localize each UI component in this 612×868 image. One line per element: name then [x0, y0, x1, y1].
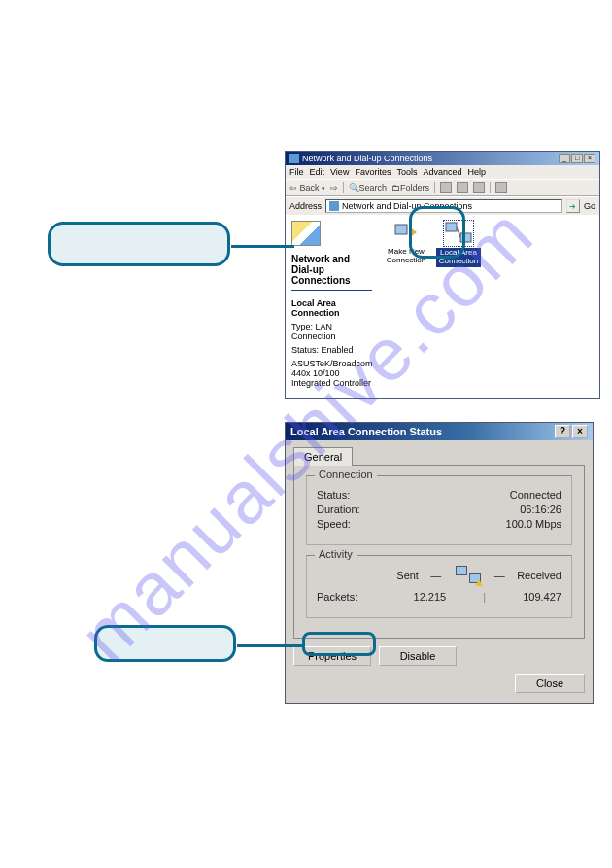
app-icon [289, 154, 299, 163]
type-line: Type: LAN Connection [291, 322, 372, 341]
properties-button[interactable]: Properties [293, 646, 371, 666]
menu-view[interactable]: View [330, 167, 349, 177]
lan-status-dialog: Local Area Connection Status ? × General… [285, 422, 594, 704]
tab-content: Connection Status: Connected Duration: 0… [293, 465, 585, 639]
address-label: Address [289, 201, 322, 211]
close-button[interactable]: Close [515, 674, 585, 693]
status-line: Status: Enabled [291, 345, 372, 355]
activity-group: Activity Sent — — Received Packets: 12.2… [306, 555, 572, 618]
panel-heading: Network and Dial-up Connections [291, 254, 372, 291]
disable-button[interactable]: Disable [379, 646, 457, 666]
maximize-button[interactable]: □ [571, 154, 583, 163]
group-title: Connection [315, 469, 377, 480]
speed-label: Speed: [317, 518, 351, 530]
back-button[interactable]: ⇦ Back [289, 183, 325, 192]
menu-help[interactable]: Help [467, 167, 486, 177]
duration-value: 06:16:26 [520, 503, 561, 515]
folder-icon [329, 201, 339, 211]
help-button[interactable]: ? [555, 425, 570, 438]
address-input[interactable]: Network and Dial-up Connections [325, 199, 562, 213]
tab-general[interactable]: General [293, 447, 353, 466]
svg-rect-0 [395, 225, 407, 234]
tabs: General [286, 440, 593, 465]
icon-label: Local Area Connection [436, 248, 481, 267]
icons-area: Make New Connection Local Area Connectio… [378, 215, 599, 398]
menu-bar: File Edit View Favorites Tools Advanced … [286, 165, 599, 179]
separator [343, 182, 344, 193]
menu-advanced[interactable]: Advanced [423, 167, 461, 177]
menu-favorites[interactable]: Favorites [355, 167, 391, 177]
activity-icon [454, 566, 483, 585]
group-title: Activity [315, 548, 357, 560]
forward-button[interactable]: ⇨ [330, 183, 338, 192]
titlebar[interactable]: Local Area Connection Status ? × [286, 423, 593, 440]
sent-label: Sent [396, 570, 419, 581]
menu-edit[interactable]: Edit [310, 167, 325, 177]
minimize-button[interactable]: _ [559, 154, 570, 163]
local-area-connection-icon[interactable]: Local Area Connection [436, 221, 481, 267]
svg-rect-1 [446, 223, 457, 231]
wizard-icon [391, 221, 421, 246]
packets-label: Packets: [317, 591, 385, 603]
svg-rect-2 [460, 233, 471, 242]
separator [490, 182, 491, 193]
menu-tools[interactable]: Tools [396, 167, 417, 177]
menu-file[interactable]: File [289, 167, 304, 177]
adapter-line: ASUSTeK/Broadcom 440x 10/100 Integrated … [291, 359, 372, 388]
speed-value: 100.0 Mbps [506, 518, 561, 530]
status-value: Connected [510, 489, 561, 501]
icon-label: Make New Connection [384, 248, 428, 265]
close-button[interactable]: × [584, 154, 595, 163]
lan-icon [444, 221, 473, 246]
toolbar-icon-1[interactable] [440, 182, 452, 193]
received-label: Received [517, 570, 561, 581]
separator [434, 182, 435, 193]
status-label: Status: [317, 489, 350, 501]
go-button[interactable] [566, 199, 580, 213]
window-title: Network and Dial-up Connections [302, 154, 432, 163]
go-label: Go [584, 201, 595, 211]
search-button[interactable]: 🔍Search [349, 183, 388, 192]
close-button[interactable]: × [572, 425, 588, 438]
address-bar: Address Network and Dial-up Connections … [286, 196, 599, 215]
network-folder-icon [291, 221, 321, 246]
network-connections-window: Network and Dial-up Connections _ □ × Fi… [285, 151, 600, 399]
titlebar[interactable]: Network and Dial-up Connections _ □ × [286, 152, 599, 165]
make-new-connection-icon[interactable]: Make New Connection [384, 221, 428, 265]
selected-item-name: Local Area Connection [291, 298, 372, 318]
address-value: Network and Dial-up Connections [342, 201, 472, 211]
packets-received: 109.427 [523, 591, 561, 603]
toolbar-icon-4[interactable] [495, 182, 507, 193]
details-panel: Network and Dial-up Connections Local Ar… [286, 215, 378, 398]
connection-group: Connection Status: Connected Duration: 0… [306, 475, 572, 545]
callout-bubble-1 [48, 222, 230, 266]
toolbar: ⇦ Back ⇨ 🔍Search 🗀Folders [286, 179, 599, 196]
window-title: Local Area Connection Status [290, 426, 442, 437]
duration-label: Duration: [317, 503, 360, 515]
toolbar-icon-2[interactable] [457, 182, 468, 193]
toolbar-icon-3[interactable] [473, 182, 485, 193]
packets-sent: 12.215 [414, 591, 447, 603]
folders-button[interactable]: 🗀Folders [391, 183, 429, 192]
callout-bubble-2 [94, 625, 236, 662]
